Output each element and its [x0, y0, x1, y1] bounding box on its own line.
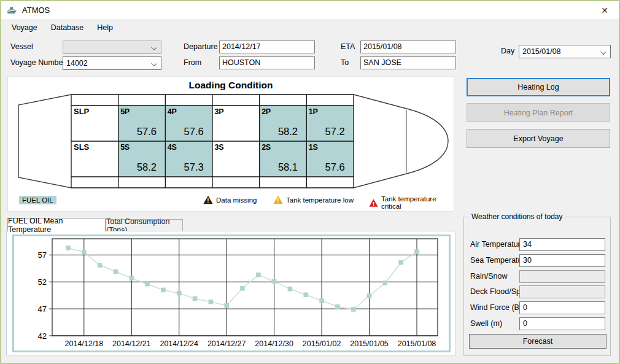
tank-temperature-value: 57.6	[325, 161, 345, 172]
eta-field[interactable]: 2015/01/08	[360, 41, 456, 53]
departure-label: Departure	[184, 41, 218, 53]
weather-groupbox: Weather conditions of today Air Temperat…	[463, 217, 611, 356]
data-point	[193, 296, 198, 301]
departure-field[interactable]: 2014/12/17	[219, 41, 315, 53]
legend-label: Tank temperature low	[286, 196, 354, 204]
weather-groupbox-title: Weather conditions of today	[469, 212, 565, 221]
sea-temperature-field[interactable]: 30	[519, 254, 605, 267]
loading-condition-title: Loading Condition	[8, 80, 454, 91]
y-axis-tick-label: 52	[38, 277, 47, 287]
data-point	[351, 307, 356, 312]
data-point	[398, 260, 403, 265]
to-field[interactable]: SAN JOSE	[360, 56, 456, 69]
data-point	[82, 250, 87, 255]
voyage-number-label: Voyage Number	[10, 56, 66, 69]
tank-id-label: 1P	[309, 107, 318, 116]
warning-triangle-icon: !	[203, 195, 213, 204]
tank-id-label: 3S	[215, 143, 224, 152]
eta-label: ETA	[341, 41, 355, 53]
tank-id-label: 2S	[262, 143, 271, 152]
day-combo[interactable]: 2015/01/08	[519, 45, 611, 58]
swell-field[interactable]: 0	[519, 317, 605, 330]
warning-triangle-icon: !	[273, 195, 283, 204]
x-axis-tick-label: 2015/01/05	[350, 339, 389, 348]
voyage-number-combo[interactable]: 14002	[63, 56, 161, 70]
data-point	[129, 276, 134, 281]
data-point	[414, 249, 419, 254]
deck-flood-spray-field[interactable]	[519, 285, 605, 298]
side-label: SLS	[74, 142, 90, 152]
tank-temperature-value: 57.6	[137, 126, 157, 137]
heating-log-button[interactable]: Heating Log	[467, 78, 610, 96]
data-point	[114, 269, 118, 274]
data-point	[240, 286, 245, 291]
from-field[interactable]: HOUSTON	[219, 56, 315, 69]
svg-text:!: !	[373, 200, 374, 207]
temperature-chart: 424752572014/12/182014/12/212014/12/2420…	[14, 236, 449, 350]
forecast-button[interactable]: Forecast	[469, 334, 606, 349]
close-icon[interactable]: ✕	[591, 1, 619, 19]
tank-temperature-value: 57.2	[325, 126, 345, 137]
rain-snow-label: Rain/Snow	[470, 270, 507, 283]
heating-plan-report-button: Heating Plan Report	[467, 103, 610, 122]
to-label: To	[341, 56, 349, 69]
y-axis-tick-label: 57	[38, 250, 47, 260]
x-axis-tick-label: 2014/12/30	[255, 339, 293, 348]
tank-id-label: 5S	[120, 143, 130, 152]
menu-voyage[interactable]: Voyage	[5, 20, 44, 35]
menu-database[interactable]: Database	[44, 20, 91, 35]
menu-help[interactable]: Help	[90, 20, 120, 35]
chevron-down-icon	[600, 49, 606, 55]
tank-temperature-value: 57.3	[184, 161, 204, 172]
data-point	[272, 279, 277, 284]
atmos-window: ATMOS ✕ Voyage Database Help Vessel Voya…	[0, 0, 620, 364]
tank-id-label: 2P	[262, 107, 271, 116]
data-point	[256, 273, 261, 277]
data-point	[303, 292, 308, 297]
data-point	[383, 281, 388, 285]
legend-item: !Tank temperature low	[273, 195, 354, 204]
data-point	[288, 287, 293, 292]
legend-item: !Data missing	[203, 195, 257, 204]
chart-frame: 424752572014/12/182014/12/212014/12/2420…	[12, 234, 451, 352]
tab-total-consumption[interactable]: Total Consumption (Tons)	[106, 219, 183, 231]
day-label: Day	[501, 45, 514, 58]
temperature-series-line	[68, 248, 417, 309]
export-voyage-button[interactable]: Export Voyage	[467, 129, 610, 148]
y-axis-tick-label: 42	[38, 331, 47, 341]
legend-label: Tank temperature critical	[381, 195, 454, 210]
warning-triangle-icon: !	[369, 198, 378, 207]
x-axis-tick-label: 2015/01/08	[398, 339, 436, 348]
data-point	[224, 303, 229, 308]
data-point	[335, 304, 340, 309]
wind-force-field[interactable]: 0	[519, 301, 605, 314]
window-title: ATMOS	[22, 6, 50, 15]
rain-snow-field[interactable]	[519, 270, 605, 283]
vessel-combo[interactable]	[63, 41, 161, 54]
tank-id-label: 4P	[168, 107, 177, 116]
data-point	[177, 291, 182, 296]
legend-label: Data missing	[216, 196, 257, 204]
svg-text:!: !	[207, 198, 209, 204]
side-label: SLP	[74, 107, 90, 116]
chart-tab-page: 424752572014/12/182014/12/212014/12/2420…	[6, 231, 456, 355]
tank-temperature-value: 58.2	[137, 161, 157, 172]
data-point	[161, 288, 166, 293]
x-axis-tick-label: 2015/01/02	[303, 339, 341, 348]
air-temperature-field[interactable]: 34	[519, 238, 605, 251]
y-axis-tick-label: 47	[38, 304, 47, 314]
loading-condition-panel: Loading Condition SLP5P57.64P57.63P2P58.…	[7, 76, 454, 212]
tank-id-label: 3P	[215, 107, 224, 116]
data-point	[319, 298, 324, 303]
ship-tank-diagram: SLP5P57.64P57.63P2P58.21P57.2SLS5S58.24S…	[8, 94, 455, 192]
legend-item: !Tank temperature critical	[369, 195, 454, 210]
swell-label: Swell (m)	[470, 317, 502, 330]
title-bar[interactable]: ATMOS ✕	[1, 1, 619, 19]
data-point	[367, 293, 372, 298]
chevron-down-icon	[151, 61, 157, 66]
chevron-down-icon	[151, 45, 157, 50]
cargo-type-badge: FUEL OIL	[19, 196, 56, 204]
hull-stern	[18, 95, 71, 188]
x-axis-tick-label: 2014/12/18	[65, 339, 104, 348]
tab-fuel-oil-mean-temperature[interactable]: FUEL OIL Mean Temperature	[7, 218, 106, 231]
